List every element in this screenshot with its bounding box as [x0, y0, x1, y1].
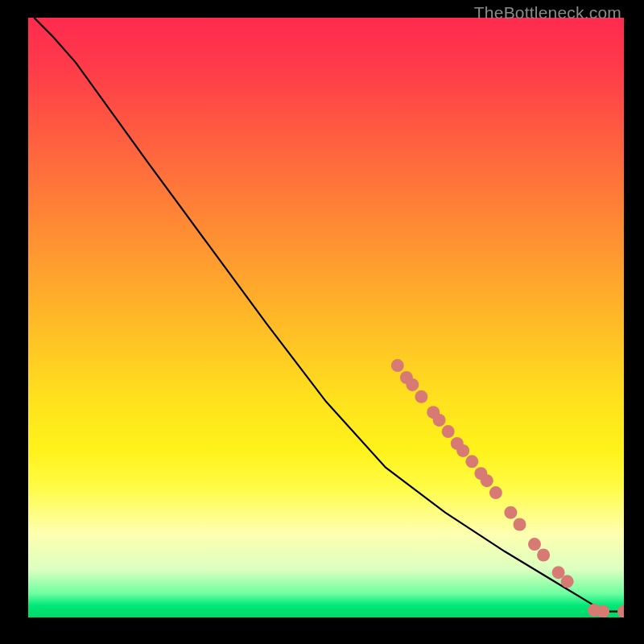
watermark-text: TheBottleneck.com: [474, 3, 621, 23]
chart-container: TheBottleneck.com: [0, 0, 644, 644]
chart-gradient-background: [28, 18, 624, 617]
